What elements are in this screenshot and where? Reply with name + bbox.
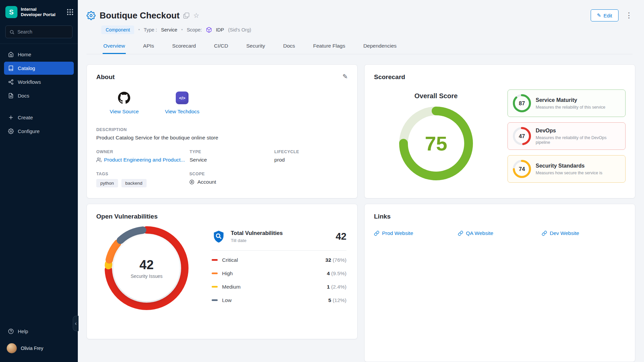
legend-row-critical: Critical 32 (76%) [212, 253, 346, 267]
score-value: 47 [513, 127, 531, 145]
sidebar-collapse-handle[interactable]: ‹ [73, 316, 78, 331]
link-label: Dev Website [550, 230, 579, 236]
score-card-service-maturity[interactable]: 87 Service Maturity Measures the reliabi… [507, 89, 626, 117]
type-value: Service [161, 27, 177, 33]
sidebar-item-help[interactable]: Help [4, 325, 74, 338]
total-vulnerabilities-subtitle: Till date [231, 238, 283, 243]
sidebar-item-label: Workflows [18, 79, 41, 85]
tab-cicd[interactable]: CI/CD [213, 42, 229, 54]
legend-count: 32 [325, 257, 331, 263]
tab-overview[interactable]: Overview [103, 42, 126, 54]
sidebar-item-label: Create [18, 115, 33, 120]
type-field-label: TYPE [190, 149, 270, 154]
plus-icon [8, 115, 14, 120]
home-icon [8, 52, 14, 57]
shield-search-icon [212, 230, 226, 244]
sidebar-header: S Internal Developer Portal [0, 0, 78, 23]
link-dev-website[interactable]: Dev Website [542, 230, 626, 236]
view-source-label: View Source [110, 109, 139, 115]
score-name: Service Maturity [536, 97, 605, 103]
tag-backend[interactable]: backend [121, 179, 147, 187]
overall-score-donut: 75 [399, 107, 473, 180]
security-issues-label: Security Issues [131, 274, 163, 279]
sidebar-item-catalog[interactable]: Catalog [4, 62, 74, 75]
sidebar-item-home[interactable]: Home [4, 48, 74, 61]
legend-label: Low [222, 297, 231, 303]
medium-color-dash [212, 286, 218, 288]
kebab-menu-icon[interactable]: ⋮ [625, 12, 633, 19]
score-card-devops[interactable]: 47 DevOps Measures the reliability of th… [507, 122, 626, 150]
legend-label: Medium [222, 284, 240, 290]
star-icon[interactable]: ☆ [193, 12, 199, 19]
sidebar-item-docs[interactable]: Docs [4, 89, 74, 102]
score-card-security-standards[interactable]: 74 Security Standards Measures how secur… [507, 155, 626, 183]
avatar [7, 343, 17, 353]
help-icon [8, 328, 14, 334]
score-value: 87 [513, 94, 531, 112]
sidebar-item-label: Catalog [18, 65, 35, 71]
tab-bar: Overview APIs Scorecard CI/CD Security D… [87, 42, 633, 54]
scope-field-value: Account [197, 179, 216, 185]
legend-label: Critical [222, 257, 238, 263]
link-prod-website[interactable]: Prod Website [374, 230, 458, 236]
link-icon [374, 231, 379, 236]
edit-button[interactable]: ✎ Edit [591, 9, 619, 21]
sidebar-bottom: Help Olivia Frey [0, 324, 78, 362]
edit-button-label: Edit [603, 13, 612, 18]
brand-line1: Internal [21, 7, 64, 12]
legend-row-low: Low 5 (12%) [212, 294, 346, 307]
legend-pct: (76%) [333, 257, 346, 263]
component-badge[interactable]: Component [101, 25, 134, 34]
legend-pct: (9.5%) [331, 270, 346, 276]
tab-feature-flags[interactable]: Feature Flags [313, 42, 346, 54]
overall-score-value: 75 [425, 132, 447, 155]
legend-pct: (12%) [333, 297, 346, 303]
tab-dependencies[interactable]: Dependencies [363, 42, 397, 54]
legend-count: 4 [327, 270, 330, 276]
type-label: Type : [144, 27, 157, 33]
scorecard-title: Scorecard [374, 73, 405, 81]
github-icon [118, 92, 130, 104]
app-switcher-icon[interactable] [67, 9, 73, 15]
view-source-link[interactable]: View Source [110, 91, 139, 115]
view-techdocs-link[interactable]: </> View Techdocs [165, 91, 200, 115]
scope-field-label: SCOPE [189, 172, 269, 176]
sidebar-nav: Home Catalog Workflows Docs Create Confi… [0, 47, 78, 138]
low-color-dash [212, 299, 218, 301]
score-desc: Measures how secure the service is [536, 171, 602, 175]
tag-python[interactable]: python [96, 179, 118, 187]
owner-link[interactable]: Product Engineering and Product... [96, 157, 185, 163]
sidebar-item-label: Docs [18, 93, 29, 99]
link-icon [458, 231, 463, 236]
service-maturity-ring: 87 [513, 94, 531, 112]
legend-count: 1 [327, 284, 330, 290]
search-input[interactable] [17, 29, 68, 35]
tab-docs[interactable]: Docs [282, 42, 296, 54]
user-menu[interactable]: Olivia Frey [0, 339, 78, 359]
sidebar-item-create[interactable]: Create [4, 111, 74, 124]
tab-apis[interactable]: APIs [143, 42, 155, 54]
critical-color-dash [212, 259, 218, 261]
scope-value: IDP [216, 27, 224, 33]
sidebar-item-label: Configure [18, 128, 40, 134]
user-name: Olivia Frey [21, 346, 43, 351]
search-icon [9, 29, 14, 35]
links-card: Links Prod Website QA Website Dev Websit… [364, 204, 635, 362]
brand-title: Internal Developer Portal [21, 7, 64, 18]
sidebar-item-configure[interactable]: Configure [4, 125, 74, 138]
tab-scorecard[interactable]: Scorecard [171, 42, 197, 54]
tab-security[interactable]: Security [246, 42, 266, 54]
separator-dot: • [138, 27, 140, 32]
legend-label: High [222, 270, 233, 277]
edit-about-icon[interactable]: ✎ [342, 73, 348, 80]
separator-dot: • [181, 27, 182, 32]
link-label: QA Website [466, 230, 493, 236]
sidebar-item-workflows[interactable]: Workflows [4, 75, 74, 88]
copy-icon[interactable] [183, 13, 189, 18]
owner-label: OWNER [96, 149, 185, 154]
catalog-icon [8, 65, 14, 71]
workflows-icon [8, 79, 14, 85]
link-icon [542, 231, 547, 236]
link-qa-website[interactable]: QA Website [458, 230, 542, 236]
legend-row-medium: Medium 1 (2.4%) [212, 280, 346, 294]
